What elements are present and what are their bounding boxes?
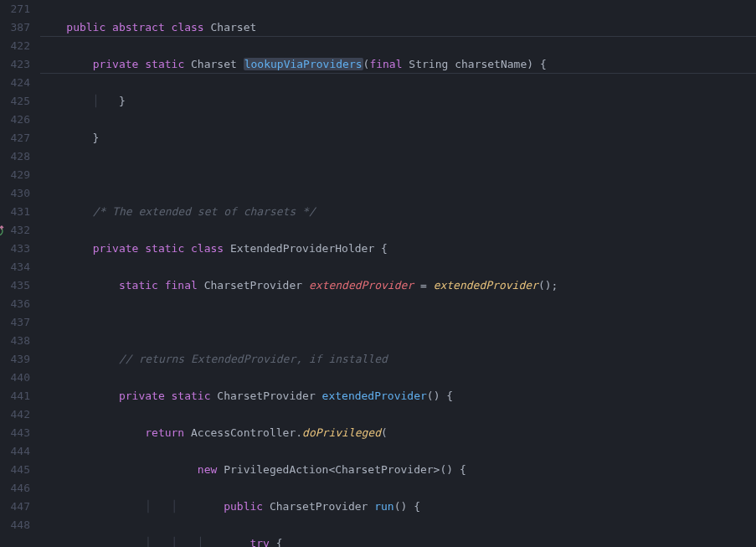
sticky-header-class[interactable]: public abstract class Charset: [40, 18, 756, 37]
line-number: 447: [0, 498, 30, 516]
code-line: [40, 166, 756, 184]
line-number: 423: [0, 55, 30, 74]
keyword: final: [369, 58, 402, 70]
line-number: 432: [0, 221, 30, 240]
code-line: new PrivilegedAction<CharsetProvider>() …: [40, 461, 756, 479]
line-number: 440: [0, 369, 30, 387]
code-line: private static class ExtendedProviderHol…: [40, 240, 756, 258]
line-number: 422: [0, 37, 30, 55]
static-call: extendedProvider: [434, 279, 538, 292]
method-name: extendedProvider: [322, 390, 427, 402]
keyword: abstract: [112, 21, 165, 34]
code-line: static final CharsetProvider extendedPro…: [40, 276, 756, 295]
code-line: /* The extended set of charsets */: [40, 203, 756, 221]
line-number: 441: [0, 387, 30, 405]
line-number: 439: [0, 350, 30, 369]
line-number: 435: [0, 276, 30, 295]
keyword: public: [66, 21, 105, 34]
line-number: 434: [0, 258, 30, 276]
line-number: 442: [0, 405, 30, 424]
code-line: return AccessController.doPrivileged(: [40, 424, 756, 442]
code-line: [40, 313, 756, 332]
code-area[interactable]: public abstract class Charset private st…: [40, 0, 756, 547]
line-number: 271: [0, 0, 30, 18]
static-field: extendedProvider: [309, 279, 414, 292]
line-comment: // returns ExtendedProvider, if installe…: [119, 353, 388, 365]
line-number: 424: [0, 74, 30, 92]
line-number: 445: [0, 461, 30, 479]
code-line: │ │ public CharsetProvider run() {: [40, 498, 756, 516]
param-type: String: [409, 58, 448, 70]
code-line: }: [40, 129, 756, 147]
line-number-gutter: 271 387 422 423 424 425 426 427 428 429 …: [0, 0, 40, 547]
block-comment: /* The extended set of charsets */: [93, 205, 316, 218]
code-line: // returns ExtendedProvider, if installe…: [40, 350, 756, 369]
line-number: 438: [0, 332, 30, 350]
code-line: │ }: [40, 92, 756, 111]
keyword: private: [93, 58, 139, 70]
override-gutter-icon[interactable]: [0, 224, 5, 235]
code-editor[interactable]: 271 387 422 423 424 425 426 427 428 429 …: [0, 0, 756, 547]
static-call: doPrivileged: [302, 426, 381, 439]
line-number: 437: [0, 313, 30, 332]
code-line: │ │ │ try {: [40, 534, 756, 547]
line-number: 436: [0, 295, 30, 313]
line-number: 444: [0, 442, 30, 461]
class-name: Charset: [211, 21, 257, 34]
line-number: 433: [0, 240, 30, 258]
line-number: 446: [0, 479, 30, 498]
line-number: 448: [0, 516, 30, 534]
line-number: 387: [0, 18, 30, 37]
line-number: 426: [0, 111, 30, 129]
line-number: 431: [0, 203, 30, 221]
return-type: Charset: [191, 58, 237, 70]
line-number: 429: [0, 166, 30, 184]
line-number: 427: [0, 129, 30, 147]
keyword: class: [172, 21, 204, 34]
method-name: run: [374, 500, 393, 513]
line-number: 443: [0, 424, 30, 442]
sticky-header-method[interactable]: private static Charset lookupViaProvider…: [40, 55, 756, 74]
code-line: private static CharsetProvider extendedP…: [40, 387, 756, 405]
line-number: 430: [0, 184, 30, 203]
line-number: 425: [0, 92, 30, 111]
line-number: 428: [0, 147, 30, 166]
keyword: static: [145, 58, 184, 70]
param-name: charsetName: [455, 58, 527, 70]
highlighted-identifier: lookupViaProviders: [244, 58, 363, 70]
